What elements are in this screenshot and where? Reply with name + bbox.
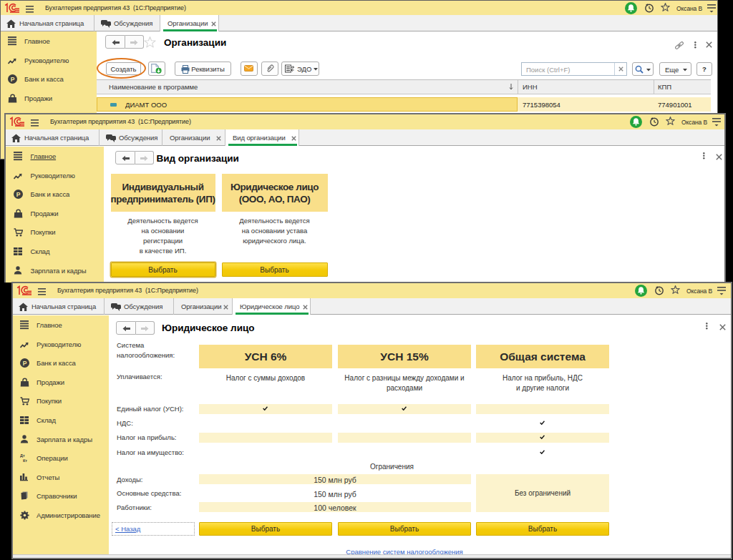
svg-text:P: P bbox=[23, 360, 27, 367]
svg-text:P: P bbox=[10, 76, 14, 83]
svg-text:Дт: Дт bbox=[20, 453, 25, 458]
svg-text:Кт: Кт bbox=[23, 458, 27, 463]
svg-text:P: P bbox=[16, 191, 21, 198]
